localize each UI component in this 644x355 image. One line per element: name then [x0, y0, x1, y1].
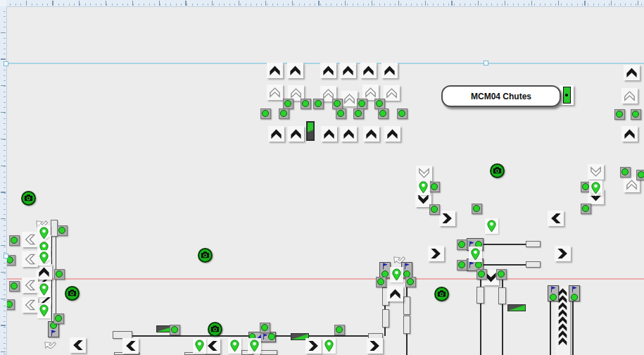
selection-handle[interactable]	[4, 61, 8, 66]
status-dot[interactable]	[283, 99, 293, 109]
camera-icon[interactable]	[208, 322, 222, 337]
status-dot[interactable]	[429, 204, 440, 215]
conveyor-segment[interactable]	[403, 297, 410, 315]
conveyor-line[interactable]	[483, 264, 526, 266]
turn-arrow-icon[interactable]	[42, 337, 56, 351]
conveyor-segment[interactable]	[403, 316, 410, 334]
conveyor-line[interactable]	[483, 244, 526, 245]
chevron-white-d-icon[interactable]	[416, 166, 432, 181]
camera-icon[interactable]	[490, 163, 505, 178]
chevron-white-l-icon[interactable]	[22, 278, 38, 293]
conveyor-segment[interactable]	[476, 287, 484, 304]
chevron-black-r-icon[interactable]	[555, 246, 571, 261]
chevron-white-u-icon[interactable]	[267, 85, 283, 100]
conveyor-segment[interactable]	[498, 287, 506, 304]
status-dot[interactable]	[9, 235, 20, 246]
chevron-white-u-icon[interactable]	[341, 91, 358, 106]
chevron-black-u-icon[interactable]	[360, 63, 377, 78]
chevron-black-u-icon[interactable]	[341, 126, 357, 142]
status-dot[interactable]	[614, 109, 625, 120]
status-dot[interactable]	[170, 325, 180, 335]
status-dot[interactable]	[378, 108, 389, 119]
device-box[interactable]	[569, 285, 580, 301]
chevron-black-l-icon[interactable]	[70, 337, 86, 353]
status-dot[interactable]	[301, 99, 311, 109]
location-pin-icon[interactable]	[417, 180, 430, 195]
camera-icon[interactable]	[65, 286, 80, 301]
conveyor-line[interactable]	[384, 328, 386, 336]
camera-icon[interactable]	[198, 248, 213, 263]
status-dot[interactable]	[476, 269, 487, 280]
status-dot[interactable]	[260, 323, 270, 333]
status-dot[interactable]	[334, 325, 345, 335]
chevron-black-u-icon[interactable]	[621, 126, 638, 142]
status-dot[interactable]	[54, 269, 65, 280]
scene-title-label[interactable]: MCM04 Chutes	[441, 85, 561, 107]
conveyor-line[interactable]	[502, 279, 503, 287]
chevron-black-u-icon[interactable]	[384, 126, 400, 142]
conveyor-line[interactable]	[502, 304, 503, 355]
level-bar-icon[interactable]	[306, 121, 315, 141]
chevron-white-l-icon[interactable]	[22, 251, 38, 267]
status-dot[interactable]	[457, 260, 467, 270]
location-pin-icon[interactable]	[589, 180, 602, 196]
status-dot[interactable]	[429, 182, 440, 192]
camera-icon[interactable]	[21, 191, 36, 206]
chevron-black-u-icon[interactable]	[267, 63, 283, 78]
conveyor-line[interactable]	[480, 278, 481, 287]
chevron-black-u-icon[interactable]	[340, 63, 356, 78]
location-pin-icon[interactable]	[193, 338, 206, 354]
location-pin-icon[interactable]	[37, 225, 51, 241]
location-pin-icon[interactable]	[322, 338, 336, 354]
chevron-black-l-icon[interactable]	[204, 338, 220, 354]
conveyor-line[interactable]	[572, 299, 574, 355]
status-dot[interactable]	[376, 277, 386, 287]
conveyor-segment[interactable]	[526, 261, 541, 268]
conveyor-line[interactable]	[406, 334, 408, 355]
location-pin-icon[interactable]	[228, 338, 241, 354]
status-dot[interactable]	[496, 269, 507, 280]
location-pin-icon[interactable]	[248, 338, 261, 354]
chevron-black-r-icon[interactable]	[367, 338, 383, 354]
chevron-white-d-icon[interactable]	[588, 164, 604, 180]
chevron-white-l-icon[interactable]	[22, 297, 38, 313]
speed-wedge-icon[interactable]	[507, 304, 526, 311]
chevron-black-r-icon[interactable]	[428, 246, 444, 261]
location-pin-icon[interactable]	[37, 282, 51, 297]
selection-handle[interactable]	[484, 61, 488, 66]
location-pin-icon[interactable]	[390, 267, 403, 282]
status-dot[interactable]	[357, 99, 367, 109]
conveyor-segment[interactable]	[382, 309, 389, 328]
conveyor-line[interactable]	[550, 299, 551, 355]
location-pin-icon[interactable]	[469, 247, 482, 262]
status-dot[interactable]	[260, 108, 271, 119]
selection-handle[interactable]	[4, 254, 8, 259]
chevron-black-u-icon[interactable]	[321, 126, 337, 142]
chevron-black-l-icon[interactable]	[122, 338, 139, 354]
status-dot[interactable]	[57, 225, 68, 236]
conveyor-double-line[interactable]	[51, 236, 56, 323]
chevron-black-l-icon[interactable]	[548, 211, 564, 226]
chevron-black-u-icon[interactable]	[363, 126, 379, 142]
chevron-white-u-icon[interactable]	[384, 85, 400, 101]
status-bar-indicator[interactable]	[560, 85, 574, 105]
chevron-white-l-icon[interactable]	[22, 232, 38, 247]
chevron-black-u-icon[interactable]	[320, 63, 336, 78]
location-pin-icon[interactable]	[37, 250, 51, 266]
status-dot[interactable]	[636, 170, 644, 180]
status-dot[interactable]	[397, 108, 408, 119]
status-dot[interactable]	[353, 108, 364, 119]
chevron-black-u-icon[interactable]	[268, 126, 284, 142]
status-dot[interactable]	[457, 239, 467, 250]
chevron-black-u-icon[interactable]	[287, 63, 303, 78]
status-dot[interactable]	[631, 109, 641, 120]
alignment-guide-red[interactable]	[6, 278, 644, 280]
status-dot[interactable]	[9, 281, 20, 292]
conveyor-line[interactable]	[480, 304, 481, 355]
status-dot[interactable]	[374, 99, 385, 109]
status-dot[interactable]	[313, 99, 324, 109]
chevron-white-u-icon[interactable]	[621, 88, 638, 104]
camera-icon[interactable]	[434, 287, 449, 301]
chevron-black-u-icon[interactable]	[624, 65, 640, 80]
chevron-black-u-icon[interactable]	[36, 264, 52, 280]
